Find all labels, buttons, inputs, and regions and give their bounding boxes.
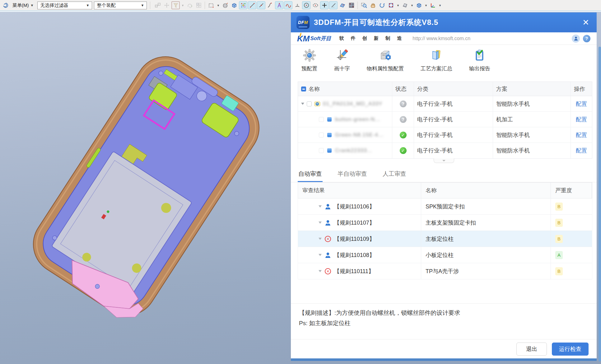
- action-boxgear[interactable]: 物料属性预配置: [367, 49, 404, 72]
- pattern-component-icon[interactable]: [194, 1, 203, 9]
- datum-grid-icon[interactable]: [347, 1, 356, 9]
- assembly-filter-caret[interactable]: ▾: [180, 1, 185, 9]
- expand-icon[interactable]: [319, 205, 322, 208]
- help-icon[interactable]: ?: [583, 35, 590, 42]
- exit-button[interactable]: 退出: [516, 343, 547, 356]
- render-style-caret[interactable]: ▾: [410, 1, 414, 9]
- review-row[interactable]: ✕【规则110109】主板定位柱B: [298, 231, 592, 247]
- cell-status: ?: [392, 112, 414, 127]
- review-row[interactable]: 【规则110108】小板定位柱A: [298, 247, 592, 263]
- cell-plan: 机加工: [493, 112, 571, 127]
- view-cube-icon[interactable]: [415, 1, 423, 9]
- collapse-handle[interactable]: [434, 158, 454, 163]
- table-row[interactable]: button-green-N...?电子行业-手机机加工配置: [298, 112, 592, 127]
- pan-icon[interactable]: [369, 1, 377, 9]
- brand-url: http:// www.kmsoft.com.cn: [412, 36, 470, 41]
- rule-id: 【规则110107】: [334, 219, 375, 226]
- selection-filter-select[interactable]: 无选择过滤器 ▼: [37, 2, 92, 9]
- circle-icon[interactable]: [302, 1, 310, 9]
- tab-auto-review[interactable]: 自动审查: [298, 167, 323, 182]
- table-row[interactable]: Crank22333...✓电子行业-手机智能防水手机配置: [298, 143, 592, 158]
- solid-cube-icon[interactable]: [230, 1, 238, 9]
- action-books[interactable]: 工艺方案汇总: [421, 49, 452, 72]
- configure-link[interactable]: 配置: [576, 147, 587, 154]
- review-table-header: 审查结果 名称 严重度: [298, 182, 592, 198]
- fit-view-icon[interactable]: [387, 1, 395, 9]
- select-rectangle-icon[interactable]: [207, 1, 215, 9]
- tab-semi-auto-review[interactable]: 半自动审查: [337, 167, 368, 182]
- remember-constraints-icon[interactable]: [185, 1, 194, 9]
- expand-icon[interactable]: [319, 222, 322, 224]
- point-icon[interactable]: [320, 1, 328, 9]
- table-row[interactable]: 01_PA0134_MD_A33Y?电子行业-手机智能防水手机配置: [298, 96, 592, 112]
- close-icon[interactable]: ✕: [580, 18, 591, 26]
- row-checkbox[interactable]: [319, 148, 324, 153]
- cell-status: ✓: [392, 127, 414, 142]
- dialog-footer: 退出 运行检查: [291, 339, 597, 358]
- kmsoft-logo: KM: [297, 35, 310, 43]
- point-on-curve-icon[interactable]: [257, 1, 265, 9]
- zoom-window-icon[interactable]: [360, 1, 368, 9]
- expand-icon[interactable]: [301, 103, 304, 105]
- row-checkbox[interactable]: [319, 117, 324, 122]
- part-name: button-green-N...: [335, 116, 380, 123]
- select-rectangle-caret[interactable]: ▾: [216, 1, 220, 9]
- expand-icon[interactable]: [319, 254, 322, 256]
- face-icon[interactable]: [338, 1, 347, 9]
- run-check-button[interactable]: 运行检查: [552, 343, 589, 356]
- configure-link[interactable]: 配置: [576, 100, 587, 108]
- action-gear[interactable]: 预配置: [301, 49, 317, 72]
- action-report[interactable]: 输出报告: [469, 49, 490, 72]
- col-rule-name: 名称: [421, 183, 551, 198]
- toolbar-separator: [357, 2, 358, 9]
- csys-triad-caret[interactable]: ▾: [438, 1, 442, 9]
- user-avatar-icon[interactable]: [572, 35, 580, 43]
- review-row[interactable]: 【规则110106】SPK预固定卡扣B: [298, 198, 592, 215]
- cell-status: ?: [392, 96, 414, 111]
- expand-icon[interactable]: [319, 238, 322, 240]
- tab-manual-review[interactable]: 人工审查: [382, 167, 407, 182]
- cell-severity: B: [551, 215, 592, 231]
- col-action: 操作: [571, 82, 592, 96]
- action-pencil[interactable]: 画十字: [334, 49, 350, 72]
- review-tabs: 自动审查半自动审查人工审查: [291, 167, 597, 182]
- render-style-icon[interactable]: [401, 1, 409, 9]
- row-checkbox[interactable]: [307, 101, 312, 106]
- selection-scope-select[interactable]: 整个装配 ▼: [94, 2, 147, 9]
- cell-review-result: ✕【规则110109】: [298, 231, 421, 247]
- studio-spline-icon[interactable]: [275, 1, 283, 9]
- line-icon[interactable]: [248, 1, 256, 9]
- rotate-view-icon[interactable]: [378, 1, 386, 9]
- review-row[interactable]: ✕【规则110111】TP与A壳干涉B: [298, 263, 592, 279]
- toolbar-separator: [205, 2, 205, 9]
- snap-point-icon[interactable]: [239, 1, 247, 9]
- configure-link[interactable]: 配置: [576, 131, 587, 139]
- col-category: 分类: [414, 82, 493, 96]
- menu-button[interactable]: 菜单(M) ▼: [11, 2, 35, 9]
- line-angle-icon[interactable]: [329, 1, 338, 9]
- review-row[interactable]: 【规则110107】主板支架预固定卡扣B: [298, 215, 592, 231]
- fit-view-caret[interactable]: ▾: [396, 1, 400, 9]
- app-logo-icon: [2, 2, 9, 8]
- ellipse-icon[interactable]: [311, 1, 319, 9]
- assembly-filter-icon[interactable]: [171, 1, 180, 9]
- view-cube-caret[interactable]: ▾: [424, 1, 428, 9]
- select-all-checkbox[interactable]: [301, 86, 306, 91]
- cell-action: 配置: [571, 143, 592, 158]
- parts-table: 名称 状态 分类 方案 操作 01_PA0134_MD_A33Y?电子行业-手机…: [298, 82, 592, 159]
- rule-id: 【规则110108】: [334, 251, 375, 259]
- status-ok-icon: ✓: [400, 132, 407, 138]
- panel-scrollbar[interactable]: [599, 47, 601, 362]
- view-sphere-icon[interactable]: [221, 1, 229, 9]
- configure-link[interactable]: 配置: [576, 116, 587, 123]
- row-checkbox[interactable]: [319, 133, 324, 138]
- bridge-curve-icon[interactable]: [266, 1, 274, 9]
- move-component-icon[interactable]: [162, 1, 171, 9]
- fit-curve-icon[interactable]: [284, 1, 292, 9]
- part-name: Green-N8.15E-4...: [335, 132, 384, 138]
- assembly-constraints-icon[interactable]: [153, 1, 162, 9]
- table-row[interactable]: Green-N8.15E-4...✓电子行业-手机智能防水手机配置: [298, 127, 592, 143]
- expand-icon[interactable]: [319, 270, 322, 272]
- csys-triad-icon[interactable]: [429, 1, 437, 9]
- three-point-arc-icon[interactable]: [293, 1, 301, 9]
